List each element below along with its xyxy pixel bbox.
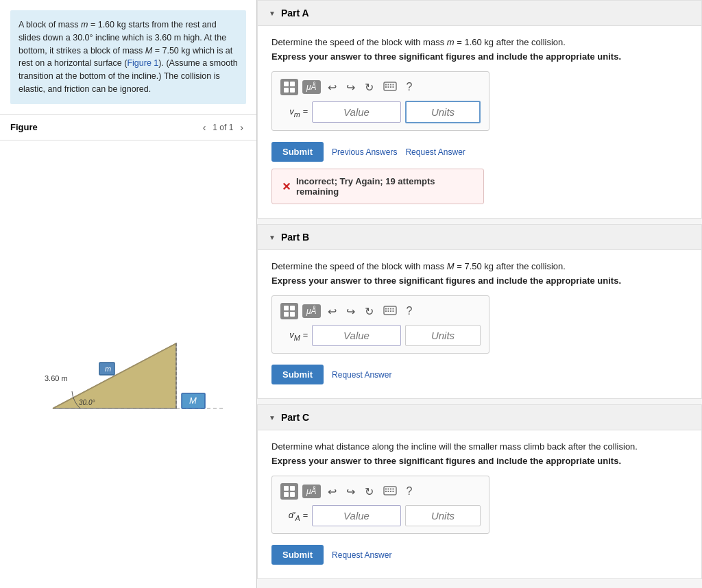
svg-rect-23 — [392, 308, 394, 309]
part-a-action-row: Submit Previous Answers Request Answer — [271, 142, 688, 162]
error-x-icon: ✕ — [282, 180, 291, 193]
part-a-error-text: Incorrect; Try Again; 19 attempts remain… — [296, 176, 474, 197]
part-c-var-label: d'A = — [280, 510, 308, 522]
svg-rect-14 — [392, 84, 394, 85]
svg-rect-20 — [385, 308, 387, 309]
part-a-request-answer-link[interactable]: Request Answer — [405, 147, 465, 157]
svg-text:30.0°: 30.0° — [79, 399, 95, 406]
grid-icon — [284, 82, 295, 93]
part-b-action-row: Submit Request Answer — [271, 365, 688, 384]
part-b-label: Part B — [281, 232, 309, 243]
part-c-help-btn[interactable]: ? — [404, 484, 415, 499]
part-c-grid-btn[interactable] — [280, 483, 298, 500]
part-a-prev-answers-link[interactable]: Previous Answers — [332, 147, 397, 157]
svg-rect-18 — [392, 86, 394, 88]
part-a-keyboard-btn[interactable] — [380, 80, 400, 95]
part-a-mu-btn[interactable]: μÅ — [302, 80, 321, 94]
part-c-collapse-arrow[interactable]: ▼ — [269, 414, 276, 421]
part-c-description: Determine what distance along the inclin… — [271, 441, 688, 452]
part-c-submit-button[interactable]: Submit — [271, 545, 324, 565]
part-a-help-btn[interactable]: ? — [404, 79, 415, 95]
svg-rect-32 — [392, 488, 394, 489]
part-c-keyboard-btn[interactable] — [380, 485, 400, 499]
part-c-request-answer-link[interactable]: Request Answer — [332, 550, 391, 560]
part-a-body: Determine the speed of the block with ma… — [258, 26, 701, 218]
svg-rect-33 — [385, 491, 387, 492]
part-b-value-input[interactable] — [312, 325, 401, 346]
part-c-mu-btn[interactable]: μÅ — [302, 485, 321, 498]
part-b-grid-btn[interactable] — [280, 303, 298, 319]
svg-rect-27 — [392, 310, 394, 312]
svg-rect-13 — [390, 84, 391, 85]
part-b-description: Determine the speed of the block with ma… — [271, 261, 688, 271]
part-b-units-input[interactable] — [405, 325, 481, 346]
figure-link[interactable]: Figure 1 — [127, 58, 158, 68]
part-c-input-row: d'A = — [280, 505, 481, 526]
svg-rect-16 — [387, 86, 389, 88]
problem-statement: A block of mass m = 1.60 kg starts from … — [10, 10, 246, 104]
part-b-submit-button[interactable]: Submit — [271, 365, 324, 384]
figure-title: Figure — [10, 122, 38, 132]
part-b-reset-btn[interactable]: ↻ — [362, 304, 376, 319]
part-b-keyboard-btn[interactable] — [380, 304, 400, 319]
part-a-header: ▼ Part A — [258, 1, 701, 26]
part-a-submit-button[interactable]: Submit — [271, 142, 324, 162]
part-a-label: Part A — [281, 8, 309, 19]
part-c-redo-btn[interactable]: ↪ — [343, 484, 358, 500]
svg-text:3.60 m: 3.60 m — [45, 374, 68, 382]
part-b-input-row: vM = — [280, 325, 481, 346]
part-b-mu-btn[interactable]: μÅ — [302, 304, 321, 318]
svg-rect-30 — [387, 488, 389, 489]
part-b-redo-btn[interactable]: ↪ — [343, 304, 358, 319]
part-a-instruction: Express your answer to three significant… — [271, 51, 688, 62]
part-c-header: ▼ Part C — [258, 405, 701, 430]
figure-page-indicator: 1 of 1 — [213, 123, 233, 132]
part-b-request-answer-link[interactable]: Request Answer — [332, 370, 391, 380]
figure-next-button[interactable]: › — [237, 121, 246, 134]
figure-header: Figure ‹ 1 of 1 › — [0, 114, 256, 140]
part-c-body: Determine what distance along the inclin… — [258, 430, 701, 578]
part-b-instruction: Express your answer to three significant… — [271, 275, 688, 286]
svg-text:m: m — [105, 365, 111, 373]
part-a-redo-btn[interactable]: ↪ — [343, 79, 358, 95]
part-a-grid-btn[interactable] — [280, 79, 298, 95]
svg-rect-22 — [390, 308, 391, 309]
right-panel: ▼ Part A Determine the speed of the bloc… — [257, 0, 702, 588]
part-a-reset-btn[interactable]: ↻ — [362, 79, 376, 95]
part-b-header: ▼ Part B — [258, 225, 701, 250]
part-a-input-row: vm = — [280, 101, 481, 123]
figure-prev-button[interactable]: ‹ — [200, 121, 209, 134]
part-c-value-input[interactable] — [312, 505, 401, 526]
part-c-units-input[interactable] — [405, 505, 481, 526]
part-a-units-input[interactable] — [405, 101, 481, 123]
grid-icon-b — [284, 306, 295, 317]
part-a-undo-btn[interactable]: ↩ — [325, 79, 339, 95]
left-panel: A block of mass m = 1.60 kg starts from … — [0, 0, 257, 588]
part-c-toolbar: μÅ ↩ ↪ ↻ — [280, 483, 481, 500]
part-b-help-btn[interactable]: ? — [404, 304, 415, 319]
part-c-undo-btn[interactable]: ↩ — [325, 484, 339, 500]
part-b-toolbar: μÅ ↩ ↪ ↻ — [280, 303, 481, 319]
svg-rect-29 — [385, 488, 387, 489]
svg-rect-31 — [390, 488, 391, 489]
part-c-section: ▼ Part C Determine what distance along t… — [257, 404, 702, 579]
part-a-collapse-arrow[interactable]: ▼ — [269, 10, 276, 17]
svg-rect-34 — [387, 491, 389, 492]
figure-nav: ‹ 1 of 1 › — [200, 121, 246, 134]
figure-diagram: 30.0° 3.60 m m M — [25, 302, 231, 426]
svg-rect-17 — [390, 86, 391, 88]
svg-rect-15 — [385, 86, 387, 88]
part-b-collapse-arrow[interactable]: ▼ — [269, 234, 276, 241]
part-b-var-label: vM = — [280, 330, 308, 342]
part-a-answer-box: μÅ ↩ ↪ ↻ — [271, 71, 489, 131]
part-c-reset-btn[interactable]: ↻ — [362, 484, 376, 500]
figure-section: Figure ‹ 1 of 1 › 30.0° — [0, 114, 256, 589]
svg-rect-11 — [385, 84, 387, 85]
part-c-answer-box: μÅ ↩ ↪ ↻ — [271, 476, 489, 534]
part-c-label: Part C — [281, 412, 309, 423]
part-a-value-input[interactable] — [312, 101, 401, 123]
svg-rect-24 — [385, 310, 387, 312]
grid-icon-c — [284, 486, 295, 497]
part-b-undo-btn[interactable]: ↩ — [325, 304, 339, 319]
svg-rect-21 — [387, 308, 389, 309]
